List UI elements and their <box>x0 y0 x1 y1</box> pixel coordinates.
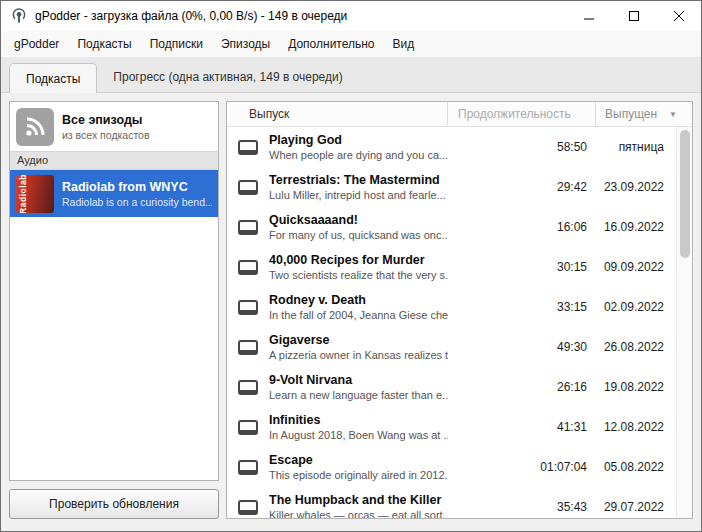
tab-progress[interactable]: Прогресс (одна активная, 149 в очереди) <box>97 62 358 92</box>
episode-released: 02.09.2022 <box>596 300 676 314</box>
sidebar: Все эпизоды из всех подкастов Аудио Radi… <box>9 101 219 519</box>
episode-duration: 35:43 <box>448 500 596 514</box>
column-header-released[interactable]: Выпущен ▼ <box>596 102 692 126</box>
menu-item-gpodder[interactable]: gPodder <box>5 31 68 57</box>
all-episodes-item[interactable]: Все эпизоды из всех подкастов <box>10 102 218 151</box>
episode-subtitle: Two scientists realize that the very s..… <box>269 269 448 281</box>
episode-icon <box>238 500 258 515</box>
episode-released: 05.08.2022 <box>596 460 676 474</box>
episode-title: Infinities <box>269 413 448 427</box>
check-updates-button[interactable]: Проверить обновления <box>9 489 219 519</box>
episode-icon <box>238 420 258 435</box>
menu-item-вид[interactable]: Вид <box>384 31 424 57</box>
episode-row[interactable]: Gigaverse A pizzeria owner in Kansas rea… <box>227 327 676 367</box>
menu-item-дополнительно[interactable]: Дополнительно <box>279 31 383 57</box>
episode-subtitle: For many of us, quicksand was onc... <box>269 229 448 241</box>
menu-item-эпизоды[interactable]: Эпизоды <box>212 31 279 57</box>
episode-row[interactable]: Escape This episode originally aired in … <box>227 447 676 487</box>
episode-released: 12.08.2022 <box>596 420 676 434</box>
scrollbar-thumb[interactable] <box>680 130 690 258</box>
menu-item-подписки[interactable]: Подписки <box>141 31 212 57</box>
episode-title: Playing God <box>269 133 448 147</box>
episode-icon <box>238 260 258 275</box>
podcast-subtitle: Radiolab is on a curiosity bend... <box>62 196 212 208</box>
episode-title: Gigaverse <box>269 333 448 347</box>
episode-title: Terrestrials: The Mastermind <box>269 173 446 187</box>
podcast-logo-text: Radiolab <box>18 175 28 213</box>
episode-subtitle: This episode originally aired in 2012... <box>269 469 448 481</box>
episode-subtitle: Lulu Miller, intrepid host and fearle... <box>269 189 446 201</box>
episode-released: 26.08.2022 <box>596 340 676 354</box>
episode-released: 29.07.2022 <box>596 500 676 514</box>
episode-list: Playing God When people are dying and yo… <box>227 127 692 518</box>
episode-icon <box>238 180 258 195</box>
maximize-button[interactable] <box>611 1 656 31</box>
window-title: gPodder - загрузка файла (0%, 0,00 B/s) … <box>35 9 566 23</box>
episode-released: 19.08.2022 <box>596 380 676 394</box>
podcast-list: Все эпизоды из всех подкастов Аудио Radi… <box>9 101 219 481</box>
menu-item-подкасты[interactable]: Подкасты <box>68 31 140 57</box>
episode-icon <box>238 220 258 235</box>
close-icon <box>674 11 684 21</box>
episode-row[interactable]: Rodney v. Death In the fall of 2004, Jea… <box>227 287 676 327</box>
menubar: gPodderПодкастыПодпискиЭпизодыДополнител… <box>1 31 701 57</box>
episodes-table-header: Выпуск Продолжительность Выпущен ▼ <box>227 102 692 127</box>
episode-icon <box>238 300 258 315</box>
column-header-duration[interactable]: Продолжительность <box>448 102 596 126</box>
episode-title: Escape <box>269 453 448 467</box>
tab-podcasts[interactable]: Подкасты <box>9 63 97 93</box>
episode-icon <box>238 380 258 395</box>
episode-title: Quicksaaaand! <box>269 213 448 227</box>
episode-title: 40,000 Recipes for Murder <box>269 253 448 267</box>
section-label-audio: Аудио <box>10 151 218 170</box>
episode-duration: 16:06 <box>448 220 596 234</box>
episode-row[interactable]: Playing God When people are dying and yo… <box>227 127 676 167</box>
episode-released: 09.09.2022 <box>596 260 676 274</box>
episode-duration: 29:42 <box>448 180 596 194</box>
all-episodes-subtitle: из всех подкастов <box>62 129 150 141</box>
close-button[interactable] <box>656 1 701 31</box>
podcast-item-radiolab[interactable]: Radiolab Radiolab from WNYC Radiolab is … <box>10 170 218 217</box>
vertical-scrollbar[interactable] <box>676 127 692 518</box>
minimize-icon <box>584 11 594 21</box>
episode-title: The Humpback and the Killer <box>269 493 448 507</box>
episode-duration: 58:50 <box>448 140 596 154</box>
podcast-cover-art: Radiolab <box>16 175 54 213</box>
episode-subtitle: Killer whales — orcas — eat all sort... <box>269 509 448 518</box>
episode-subtitle: In the fall of 2004, Jeanna Giese che... <box>269 309 448 321</box>
episode-subtitle: In August 2018, Boen Wang was at ... <box>269 429 448 441</box>
episode-row[interactable]: The Humpback and the Killer Killer whale… <box>227 487 676 518</box>
episode-released: 16.09.2022 <box>596 220 676 234</box>
main-area: Все эпизоды из всех подкастов Аудио Radi… <box>1 93 701 531</box>
episode-icon <box>238 460 258 475</box>
episode-subtitle: Learn a new language faster than e... <box>269 389 448 401</box>
episode-row[interactable]: Terrestrials: The Mastermind Lulu Miller… <box>227 167 676 207</box>
episode-duration: 49:30 <box>448 340 596 354</box>
episode-subtitle: A pizzeria owner in Kansas realizes t... <box>269 349 448 361</box>
episode-title: Rodney v. Death <box>269 293 448 307</box>
gpodder-app-icon <box>10 7 28 25</box>
column-header-episode[interactable]: Выпуск <box>227 102 448 126</box>
episode-row[interactable]: Quicksaaaand! For many of us, quicksand … <box>227 207 676 247</box>
rss-feed-icon <box>16 108 54 146</box>
episode-row[interactable]: Infinities In August 2018, Boen Wang was… <box>227 407 676 447</box>
episode-released: пятница <box>596 140 676 154</box>
tabstrip: Подкасты Прогресс (одна активная, 149 в … <box>1 57 701 93</box>
gpodder-window: gPodder - загрузка файла (0%, 0,00 B/s) … <box>0 0 702 532</box>
episode-released: 23.09.2022 <box>596 180 676 194</box>
episode-row[interactable]: 9-Volt Nirvana Learn a new language fast… <box>227 367 676 407</box>
podcast-title: Radiolab from WNYC <box>62 180 212 194</box>
episode-title: 9-Volt Nirvana <box>269 373 448 387</box>
titlebar[interactable]: gPodder - загрузка файла (0%, 0,00 B/s) … <box>1 1 701 31</box>
episode-duration: 26:16 <box>448 380 596 394</box>
episode-duration: 41:31 <box>448 420 596 434</box>
maximize-icon <box>629 11 639 21</box>
episode-duration: 01:07:04 <box>448 460 596 474</box>
episode-row[interactable]: 40,000 Recipes for Murder Two scientists… <box>227 247 676 287</box>
minimize-button[interactable] <box>566 1 611 31</box>
episode-icon <box>238 140 258 155</box>
episode-subtitle: When people are dying and you ca... <box>269 149 448 161</box>
tab-label: Подкасты <box>26 72 80 86</box>
all-episodes-title: Все эпизоды <box>62 113 150 127</box>
sort-descending-icon: ▼ <box>669 110 677 119</box>
